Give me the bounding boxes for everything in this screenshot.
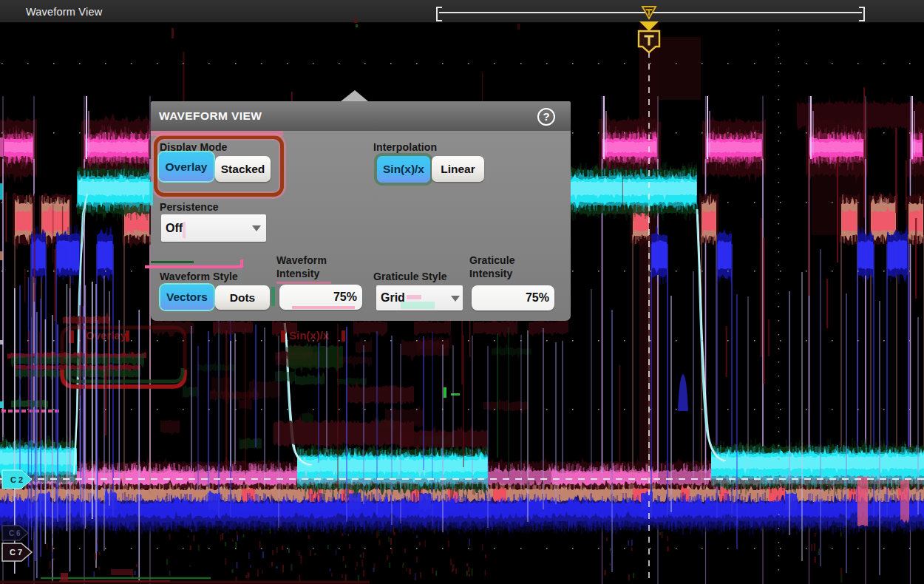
svg-text:C 2: C 2 xyxy=(10,475,23,484)
svg-text:Sin(x)/x: Sin(x)/x xyxy=(289,329,330,342)
svg-text:C 7: C 7 xyxy=(10,548,22,557)
svg-text:C 6: C 6 xyxy=(9,529,21,537)
